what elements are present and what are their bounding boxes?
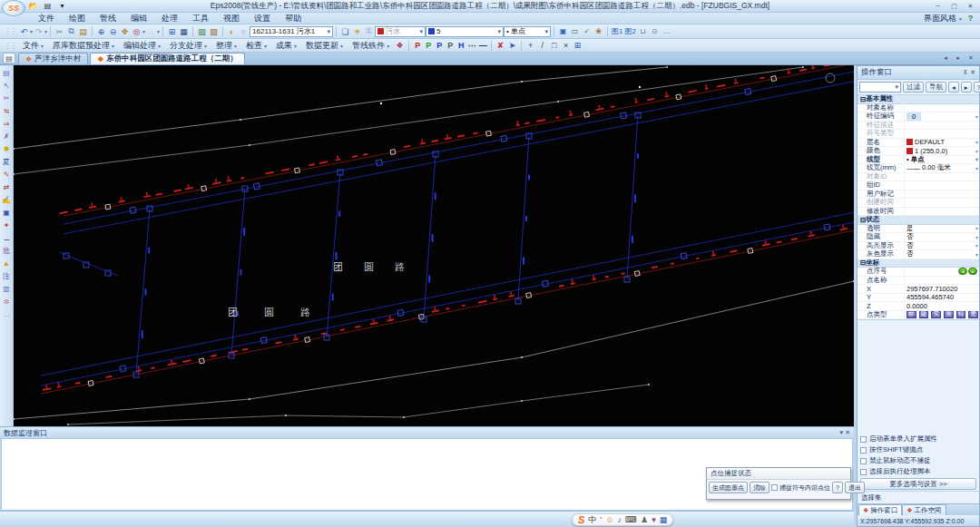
zoom-extent-icon[interactable]: ◎ <box>131 25 142 37</box>
point-type-button-4[interactable]: 特 <box>956 311 966 319</box>
globe-icon[interactable]: ⊙ <box>649 25 661 37</box>
clear-button[interactable]: 清除 <box>750 482 769 493</box>
row-chevron-down-icon[interactable]: ▾ <box>975 225 979 231</box>
cut-icon[interactable]: ✂ <box>54 25 65 37</box>
batch-tool-icon[interactable]: 批 <box>1 245 13 257</box>
pipeline-menu-4[interactable]: 整理▾ <box>211 39 241 52</box>
redo-icon-chevron[interactable]: ▾ <box>44 28 47 34</box>
help-icon[interactable]: ? <box>965 13 976 24</box>
filter-button[interactable]: 过滤 <box>903 82 924 93</box>
linetype-combo[interactable]: •单点▾ <box>504 26 551 37</box>
selection-set-label[interactable]: 选择集 <box>858 491 979 503</box>
skin-icon[interactable]: ▾ <box>652 516 656 524</box>
checkbox-0[interactable] <box>860 436 867 443</box>
select-icon[interactable]: ↖ <box>1 80 13 92</box>
property-value[interactable]: 标建实测特更 <box>905 311 979 319</box>
property-value[interactable]: 455594.465740 <box>905 293 979 301</box>
measure-tool-icon[interactable]: ⇄ <box>1 181 13 193</box>
property-value[interactable]: 否▾ <box>905 249 979 259</box>
property-value[interactable]: 是▾ <box>905 224 979 233</box>
generate-map-corner-points-button[interactable]: 生成图廓点 <box>709 482 748 493</box>
property-value[interactable]: ——0.00 毫米▾ <box>905 163 979 172</box>
new-doc-icon[interactable]: ▤ <box>1 67 13 79</box>
grid-window-icon[interactable]: ⊞ <box>166 25 178 37</box>
point-type-button-5[interactable]: 更 <box>968 311 978 319</box>
brush-icon[interactable]: ❖ <box>394 40 406 52</box>
dsh-tool-icon[interactable]: ⇒ <box>1 118 13 130</box>
undo-icon[interactable]: ↶ <box>18 25 30 37</box>
pointer-red-icon[interactable]: ✘ <box>495 40 506 52</box>
menu-item-1[interactable]: 绘图 <box>62 13 93 24</box>
section-expand-icon[interactable]: ⊟ <box>858 216 866 224</box>
mic-icon[interactable]: ♪ <box>618 516 622 524</box>
bulb-icon[interactable]: ☀ <box>351 25 363 37</box>
pipeline-menu-7[interactable]: 数据更新▾ <box>301 39 348 52</box>
panel-chevron-down-icon[interactable]: ▾ <box>840 429 844 436</box>
checkbox-1[interactable] <box>860 447 867 454</box>
point-tool-icon[interactable]: + <box>524 40 536 52</box>
property-value[interactable]: •单点▾ <box>905 155 979 164</box>
pen-tool-icon[interactable]: ✎ <box>1 169 13 181</box>
panel-close-icon[interactable]: ✕ <box>845 429 850 436</box>
p-green-icon[interactable]: P <box>423 41 434 50</box>
property-value[interactable]: ◂▸ <box>905 268 979 275</box>
more-options-button[interactable]: 更多选项与设置 >> <box>860 478 976 490</box>
p-blue-icon[interactable]: P <box>434 41 445 50</box>
profile-combo[interactable]: 162113-1631 污水1▾ <box>250 26 333 37</box>
zoom-out-icon[interactable]: ⊖ <box>107 25 119 37</box>
copy-tool-icon[interactable]: 夏 <box>1 156 13 168</box>
property-value[interactable]: DEFAULT▾ <box>905 138 979 146</box>
x0-tool-icon[interactable]: ✗ <box>1 131 13 142</box>
menu-item-5[interactable]: 工具 <box>185 13 216 24</box>
note-tool-icon[interactable]: 注 <box>1 270 13 282</box>
menu-item-8[interactable]: 帮助 <box>278 13 309 24</box>
move-tool-icon[interactable]: ⚊ <box>1 232 13 244</box>
new-document-icon[interactable]: ▤ <box>3 53 15 63</box>
menu-item-4[interactable]: 处理 <box>154 13 185 24</box>
property-value[interactable]: 否▾ <box>905 232 979 241</box>
object-selector-combo[interactable]: ▾ <box>859 82 901 93</box>
panel-pin-icon[interactable]: ⊼ <box>963 69 967 76</box>
triangle-tool-icon[interactable]: ▲ <box>1 258 13 269</box>
tab-next-icon[interactable]: ▸ <box>953 53 964 63</box>
navigate-button[interactable]: 导航 <box>926 82 946 93</box>
pipeline-menu-5[interactable]: 检查▾ <box>241 39 271 52</box>
attach-icon[interactable]: ⊔ <box>637 25 649 37</box>
pat-tool-icon[interactable]: ≒ <box>1 105 13 117</box>
point-type-button-3[interactable]: 测 <box>944 311 954 319</box>
row-chevron-down-icon[interactable]: ▾ <box>975 234 979 240</box>
grid-icon[interactable]: ▦ <box>660 516 668 524</box>
snap-inner-points-checkbox[interactable] <box>771 484 778 491</box>
point-type-button-1[interactable]: 建 <box>919 311 929 319</box>
layer-combo[interactable]: 污水▾ <box>375 26 426 37</box>
redo-icon[interactable]: ↷ <box>33 25 44 37</box>
grid-table-icon[interactable]: ▦ <box>178 25 190 37</box>
row-chevron-down-icon[interactable]: ▾ <box>975 113 979 120</box>
document-tab-0[interactable]: ❖芦洋乡洋中村 <box>18 53 88 64</box>
ellipsis-tool-icon[interactable]: … <box>1 308 13 320</box>
next-object-button[interactable]: ▸ <box>961 82 972 93</box>
punctuation-icon[interactable]: ’ <box>600 516 602 524</box>
node-tool-icon[interactable]: ✦ <box>1 220 13 231</box>
exit-button[interactable]: 退出 <box>845 482 865 493</box>
menu-item-0[interactable]: 文件 <box>31 13 62 24</box>
cut-tool-icon[interactable]: ✂ <box>1 93 13 104</box>
dash-icon[interactable]: — <box>477 41 488 50</box>
row-chevron-down-icon[interactable]: ▾ <box>975 139 979 145</box>
section-expand-icon[interactable]: ⊟ <box>858 95 866 103</box>
copy-icon[interactable]: ⧉ <box>65 25 77 37</box>
circle-icon[interactable]: ○ <box>238 25 250 37</box>
point-type-button-0[interactable]: 标 <box>906 311 916 319</box>
grid-tool-icon[interactable]: ⊞ <box>572 40 583 52</box>
row-chevron-down-icon[interactable]: ▾ <box>975 165 979 171</box>
row-chevron-down-icon[interactable]: ▾ <box>975 156 979 162</box>
prev-object-button[interactable]: ◂ <box>948 82 959 93</box>
operation-panel-close-icon[interactable]: ✕ <box>970 69 975 76</box>
sogou-logo-icon[interactable]: S <box>578 515 584 525</box>
star-tool-icon[interactable]: ✱ <box>1 143 13 155</box>
section-expand-icon[interactable]: ⊟ <box>858 259 866 267</box>
checkbox-2[interactable] <box>860 458 867 464</box>
erase-tool-icon[interactable]: × <box>560 40 572 52</box>
flower-icon[interactable]: ❀ <box>593 25 604 37</box>
pipeline-menu-6[interactable]: 成果▾ <box>271 39 301 52</box>
